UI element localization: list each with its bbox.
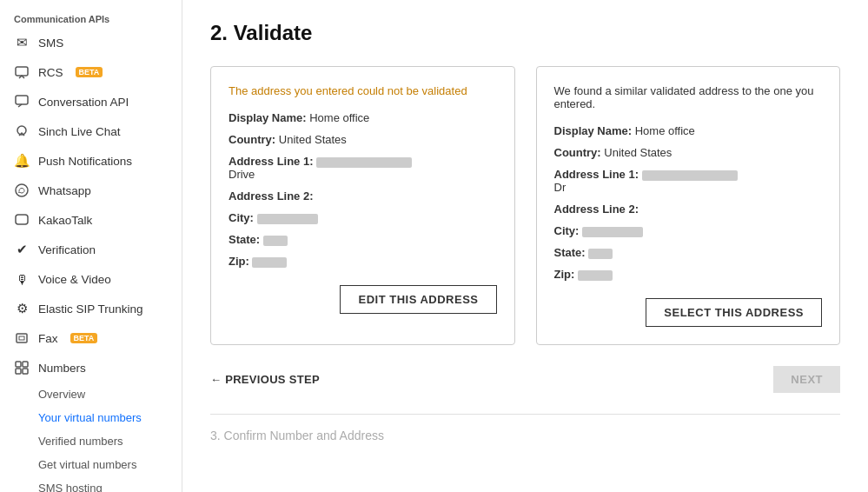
right-card-info: We found a similar validated address to … [554, 84, 823, 110]
sidebar: Communication APIs ✉ SMS RCS BETA Conver… [0, 0, 182, 492]
svg-rect-10 [23, 369, 28, 374]
right-city: City: [554, 224, 823, 237]
right-zip-label: Zip: [554, 268, 578, 281]
sidebar-item-sinch-live-chat[interactable]: Sinch Live Chat [0, 116, 182, 146]
left-address-line2-label: Address Line 2: [229, 189, 314, 203]
left-address-line2: Address Line 2: [229, 189, 497, 203]
left-display-name-label: Display Name: [229, 111, 309, 124]
svg-rect-7 [16, 362, 21, 367]
svg-rect-4 [16, 215, 28, 224]
sidebar-label-sinch-live-chat: Sinch Live Chat [38, 125, 121, 138]
sub-item-verified-numbers[interactable]: Verified numbers [0, 429, 182, 453]
sidebar-item-voice-video[interactable]: 🎙 Voice & Video [0, 264, 182, 294]
left-address-line1: Address Line 1: Drive [229, 155, 497, 181]
elastic-sip-icon: ⚙ [14, 301, 30, 316]
right-display-name-label: Display Name: [554, 124, 635, 137]
right-country: Country: United States [554, 146, 823, 159]
svg-point-3 [16, 184, 28, 196]
left-address-card: The address you entered could not be val… [210, 66, 515, 345]
sms-icon: ✉ [14, 35, 30, 50]
sidebar-item-elastic-sip[interactable]: ⚙ Elastic SIP Trunking [0, 294, 182, 323]
edit-address-button[interactable]: EDIT THIS ADDRESS [340, 285, 496, 314]
left-state-label: State: [229, 233, 263, 246]
right-country-value: United States [604, 146, 672, 159]
right-address-line1-label: Address Line 1: [554, 168, 642, 181]
live-chat-icon [14, 123, 30, 139]
page-title: 2. Validate [210, 21, 840, 45]
sub-item-overview[interactable]: Overview [0, 382, 182, 406]
main-content: 2. Validate The address you entered coul… [182, 0, 868, 492]
sidebar-item-numbers[interactable]: Numbers [0, 353, 182, 382]
left-card-action: EDIT THIS ADDRESS [229, 285, 497, 314]
fax-beta-badge: BETA [70, 333, 98, 343]
sidebar-header: Communication APIs [0, 7, 182, 28]
right-city-redacted [582, 227, 643, 237]
sidebar-label-kakaotalk: KakaoTalk [38, 214, 92, 227]
push-notifications-icon: 🔔 [14, 153, 30, 169]
sidebar-item-push-notifications[interactable]: 🔔 Push Notifications [0, 146, 182, 176]
sidebar-label-sms: SMS [38, 37, 63, 50]
verification-icon: ✔ [14, 242, 30, 257]
left-city-redacted [257, 214, 318, 224]
conversation-icon [14, 94, 30, 110]
right-state-label: State: [554, 246, 589, 259]
left-address-line1-suffix: Drive [229, 168, 255, 181]
sidebar-item-whatsapp[interactable]: Whatsapp [0, 176, 182, 205]
left-city: City: [229, 211, 497, 224]
sidebar-item-rcs[interactable]: RCS BETA [0, 57, 182, 87]
sidebar-label-conversation: Conversation API [38, 96, 129, 109]
left-address-line1-redacted [316, 157, 412, 168]
rcs-beta-badge: BETA [76, 67, 103, 77]
sidebar-item-verification[interactable]: ✔ Verification [0, 235, 182, 264]
sub-item-your-virtual-numbers[interactable]: Your virtual numbers [0, 406, 182, 429]
left-country: Country: United States [229, 133, 497, 146]
sidebar-label-fax: Fax [38, 332, 58, 345]
right-address-line2: Address Line 2: [554, 203, 823, 216]
right-address-line1-suffix: Dr [554, 181, 567, 194]
sub-item-get-virtual-numbers[interactable]: Get virtual numbers [0, 453, 182, 476]
numbers-icon [14, 360, 30, 376]
fax-icon [14, 330, 30, 346]
svg-rect-8 [23, 362, 28, 367]
kakaotalk-icon [14, 212, 30, 228]
right-display-name-value: Home office [635, 124, 695, 137]
next-button[interactable]: NEXT [773, 366, 840, 393]
svg-rect-9 [16, 369, 21, 374]
left-display-name: Display Name: Home office [229, 111, 497, 124]
sub-item-sms-hosting[interactable]: SMS hosting USA/Canada [0, 476, 182, 492]
left-zip-label: Zip: [229, 255, 252, 268]
whatsapp-icon [14, 183, 30, 198]
left-display-name-value: Home office [309, 111, 369, 124]
rcs-icon [14, 64, 30, 80]
sidebar-label-elastic-sip: Elastic SIP Trunking [38, 303, 143, 316]
footer-hint: 3. Confirm Number and Address [210, 414, 840, 442]
left-zip: Zip: [229, 255, 497, 268]
address-cards: The address you entered could not be val… [210, 66, 840, 345]
left-address-line1-label: Address Line 1: [229, 155, 316, 168]
numbers-sub-items: Overview Your virtual numbers Verified n… [0, 382, 182, 492]
right-address-line1: Address Line 1: Dr [554, 168, 823, 194]
nav-row: ← PREVIOUS STEP NEXT [210, 366, 840, 393]
right-city-label: City: [554, 224, 583, 237]
sidebar-label-voice-video: Voice & Video [38, 273, 111, 286]
right-state: State: [554, 246, 823, 259]
left-country-label: Country: [229, 133, 279, 146]
sidebar-label-numbers: Numbers [38, 362, 86, 375]
right-country-label: Country: [554, 146, 605, 159]
voice-video-icon: 🎙 [14, 271, 30, 287]
right-address-card: We found a similar validated address to … [536, 66, 841, 345]
sidebar-item-kakaotalk[interactable]: KakaoTalk [0, 205, 182, 235]
left-state: State: [229, 233, 497, 246]
select-address-button[interactable]: SELECT THIS ADDRESS [646, 298, 822, 327]
sidebar-item-fax[interactable]: Fax BETA [0, 323, 182, 353]
previous-step-link[interactable]: ← PREVIOUS STEP [210, 373, 320, 386]
sidebar-label-verification: Verification [38, 243, 96, 256]
svg-rect-6 [19, 336, 24, 340]
right-state-redacted [588, 249, 613, 259]
left-zip-redacted [252, 257, 287, 268]
left-state-redacted [263, 236, 288, 246]
sidebar-item-sms[interactable]: ✉ SMS [0, 28, 182, 57]
sidebar-item-conversation[interactable]: Conversation API [0, 87, 182, 116]
left-city-label: City: [229, 211, 257, 224]
sidebar-label-rcs: RCS [38, 66, 63, 79]
